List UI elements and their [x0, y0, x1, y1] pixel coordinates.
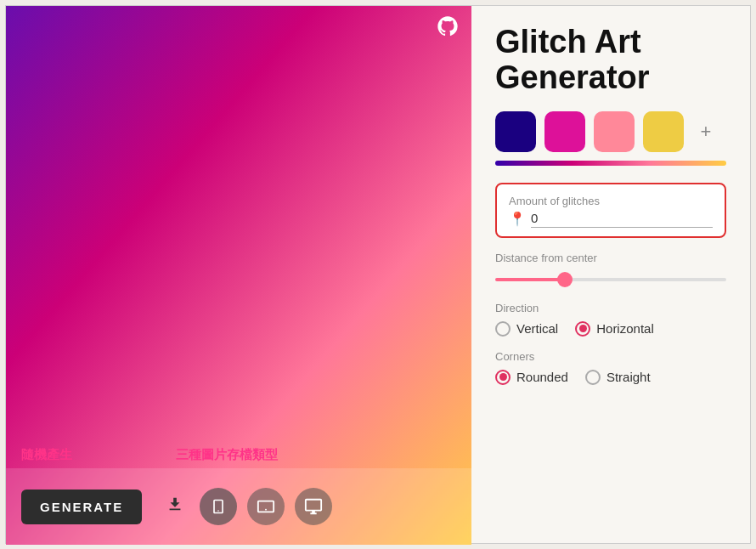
mobile-icon-button[interactable] [200, 488, 237, 525]
direction-horizontal-radio[interactable] [575, 321, 590, 337]
canvas-area: 隨機產生 三種圖片存檔類型 GENERATE [6, 6, 471, 545]
panel-title: Glitch Art Generator [495, 25, 726, 96]
direction-radio-group: Vertical Horizontal [495, 321, 726, 337]
distance-label: Distance from center [495, 252, 726, 264]
bottom-bar: GENERATE [6, 468, 471, 545]
amount-label: Amount of glitches [509, 195, 713, 207]
glitch-input-wrap: 📍 [509, 209, 713, 228]
corners-label: Corners [495, 350, 726, 363]
generate-button[interactable]: GENERATE [21, 490, 142, 524]
label-formats: 三種圖片存檔類型 [176, 447, 278, 463]
distance-section: Distance from center [495, 252, 726, 288]
direction-label: Direction [495, 302, 726, 314]
corners-radio-group: Rounded Straight [495, 370, 726, 385]
distance-slider-wrap [495, 271, 726, 288]
add-color-button[interactable]: + [692, 118, 719, 145]
amount-of-glitches-section: Amount of glitches 📍 [495, 183, 726, 238]
direction-vertical-radio[interactable] [495, 321, 511, 337]
corners-section: Corners Rounded Straight [495, 350, 726, 385]
color-swatches: + [495, 111, 726, 152]
download-icon[interactable] [161, 490, 189, 524]
monitor-icon-button[interactable] [295, 488, 332, 525]
right-panel: Glitch Art Generator + Amount of glitche… [471, 6, 750, 543]
label-random: 隨機產生 [21, 447, 72, 463]
swatch-dark-blue[interactable] [495, 111, 536, 152]
swatch-magenta[interactable] [544, 111, 585, 152]
swatch-salmon[interactable] [594, 111, 635, 152]
distance-slider-thumb[interactable] [557, 272, 573, 287]
corners-straight-radio[interactable] [585, 370, 601, 385]
distance-slider-track [495, 278, 726, 281]
direction-vertical[interactable]: Vertical [495, 321, 558, 337]
pin-icon: 📍 [509, 211, 526, 227]
corners-straight[interactable]: Straight [585, 370, 651, 385]
corners-rounded[interactable]: Rounded [495, 370, 568, 385]
canvas-gradient [6, 6, 471, 545]
corners-rounded-radio[interactable] [495, 370, 511, 385]
direction-horizontal[interactable]: Horizontal [575, 321, 654, 337]
direction-section: Direction Vertical Horizontal [495, 302, 726, 337]
swatch-yellow[interactable] [643, 111, 684, 152]
app-container: 隨機產生 三種圖片存檔類型 GENERATE [5, 5, 751, 544]
gradient-preview-bar [495, 161, 726, 166]
github-icon[interactable] [436, 14, 460, 42]
tablet-icon-button[interactable] [247, 488, 285, 525]
amount-of-glitches-input[interactable] [531, 209, 713, 228]
